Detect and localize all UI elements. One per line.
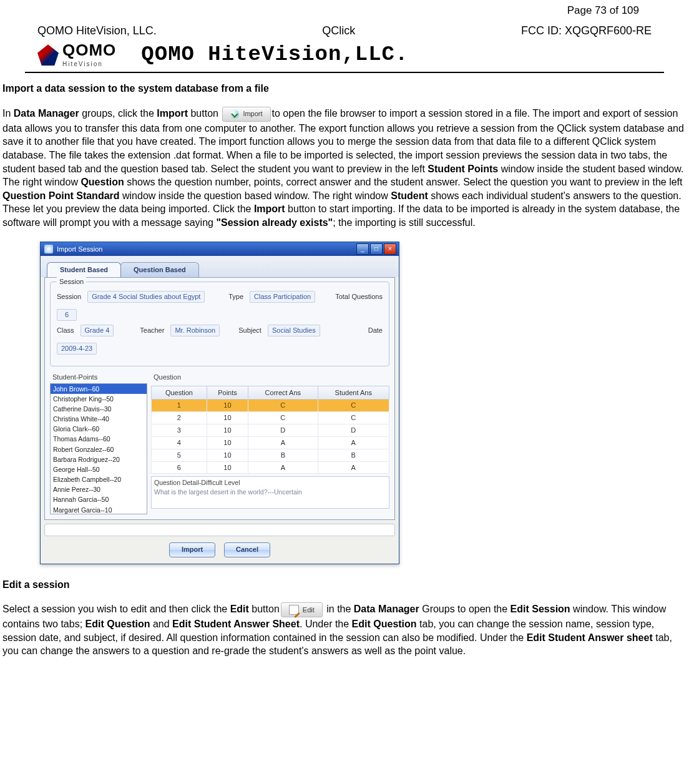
field-date: 2009-4-23 bbox=[57, 343, 97, 355]
dialog-import-button[interactable]: Import bbox=[169, 542, 215, 557]
label-date: Date bbox=[368, 326, 383, 335]
table-cell: 1 bbox=[152, 399, 207, 412]
table-row[interactable]: 610AA bbox=[152, 461, 389, 474]
s2-bold-edit-student-answer-sheet: Edit Student Answer Sheet bbox=[172, 619, 300, 629]
import-button-chip[interactable]: Import bbox=[222, 107, 270, 122]
table-cell: A bbox=[248, 436, 318, 449]
question-detail-title: Question Detail-Difficult Level bbox=[154, 478, 386, 487]
s1-bold-import2: Import bbox=[254, 203, 285, 214]
label-class: Class bbox=[57, 326, 74, 335]
s1-bold-session-exists: "Session already exists" bbox=[216, 217, 333, 228]
s2-bold-edit-question-2: Edit Question bbox=[352, 619, 417, 629]
table-row[interactable]: 110CC bbox=[152, 399, 389, 412]
s2-bold-edit-session: Edit Session bbox=[511, 604, 570, 614]
list-item[interactable]: Gloria Clark--60 bbox=[51, 424, 147, 434]
list-item[interactable]: John Brown--60 bbox=[51, 384, 147, 394]
question-detail-text: What is the largest desert in the world?… bbox=[154, 488, 386, 496]
close-button[interactable]: × bbox=[384, 243, 396, 255]
table-row[interactable]: 410AA bbox=[152, 436, 389, 449]
minimize-button[interactable]: _ bbox=[356, 243, 369, 255]
list-item[interactable]: George Hall--50 bbox=[51, 464, 147, 474]
progress-bar bbox=[44, 524, 395, 536]
table-cell: 10 bbox=[207, 424, 248, 437]
table-cell: D bbox=[318, 424, 389, 437]
dialog-cancel-button[interactable]: Cancel bbox=[224, 542, 270, 557]
label-type: Type bbox=[228, 292, 243, 301]
table-cell: A bbox=[248, 461, 318, 474]
edit-chip-label: Edit bbox=[303, 605, 315, 615]
company-title: QOMO HiteVision,LLC. bbox=[141, 41, 408, 69]
list-item[interactable]: Hannah Garcia--50 bbox=[51, 494, 147, 504]
s1-bold-student: Student bbox=[391, 190, 428, 201]
s1-text: In bbox=[2, 108, 14, 119]
logo-sub-text: HiteVision bbox=[62, 61, 103, 67]
field-teacher: Mr. Robinson bbox=[170, 325, 220, 336]
tab-student-based[interactable]: Student Based bbox=[47, 262, 121, 277]
doc-header-right: FCC ID: XQGQRF600-RE bbox=[521, 23, 652, 38]
s2-bold-edit-question: Edit Question bbox=[86, 619, 150, 629]
question-table[interactable]: QuestionPointsCorrect AnsStudent Ans110C… bbox=[151, 386, 389, 474]
section1-heading: Import a data session to the system data… bbox=[2, 82, 687, 96]
list-item[interactable]: Catherine Davis--30 bbox=[51, 404, 147, 414]
list-item[interactable]: Annie Perez--30 bbox=[51, 484, 147, 494]
table-cell: 5 bbox=[152, 449, 207, 461]
table-cell: A bbox=[318, 461, 389, 474]
tab-body: Session Session Grade 4 Social Studies a… bbox=[44, 277, 395, 519]
table-cell: 10 bbox=[207, 461, 248, 474]
s2-bold-edit-student-answer-sheet-2: Edit Student Answer sheet bbox=[527, 632, 653, 643]
table-row[interactable]: 310DD bbox=[152, 424, 389, 437]
label-session: Session bbox=[57, 292, 81, 301]
s1-bold-data-manager: Data Manager bbox=[14, 108, 79, 119]
list-item[interactable]: Margaret Garcia--10 bbox=[51, 505, 147, 514]
s1-text: button bbox=[188, 108, 221, 119]
import-session-window: Import Session _ □ × Student Based Quest… bbox=[40, 242, 399, 564]
s2-bold-edit: Edit bbox=[230, 604, 249, 614]
s1-text: groups, click the bbox=[79, 108, 157, 119]
import-icon bbox=[230, 110, 239, 119]
section1-paragraph: In Data Manager groups, click the Import… bbox=[2, 107, 687, 230]
maximize-button[interactable]: □ bbox=[370, 243, 383, 255]
s2-text: in the bbox=[324, 604, 354, 614]
titlebar: Import Session _ □ × bbox=[41, 242, 399, 256]
table-header: Correct Ans bbox=[248, 386, 318, 399]
list-item[interactable]: Barbara Rodriguez--20 bbox=[51, 454, 147, 464]
doc-header-row: QOMO HiteVision, LLC. QClick FCC ID: XQG… bbox=[0, 18, 689, 38]
table-row[interactable]: 510BB bbox=[152, 449, 389, 461]
table-cell: C bbox=[248, 412, 318, 424]
table-cell: 10 bbox=[207, 449, 248, 461]
section2-paragraph: Select a session you wish to edit and th… bbox=[2, 602, 687, 658]
list-item[interactable]: Robert Gonzalez--60 bbox=[51, 444, 147, 454]
tabs-row: Student Based Question Based bbox=[41, 256, 399, 277]
logo-row: QOMO HiteVision QOMO HiteVision,LLC. bbox=[0, 38, 689, 69]
s1-text: shows the question number, points, corre… bbox=[124, 177, 683, 187]
s1-bold-qps: Question Point Standard bbox=[2, 190, 120, 201]
table-row[interactable]: 210CC bbox=[152, 412, 389, 424]
s2-bold-data-manager: Data Manager bbox=[354, 604, 419, 614]
list-item[interactable]: Thomas Adams--60 bbox=[51, 434, 147, 444]
edit-button-chip[interactable]: Edit bbox=[281, 602, 323, 617]
tab-question-based[interactable]: Question Based bbox=[120, 262, 199, 277]
logo-main-text: QOMO bbox=[62, 41, 116, 59]
field-type: Class Participation bbox=[250, 291, 315, 303]
label-subject: Subject bbox=[238, 326, 261, 335]
doc-header-left: QOMO HiteVision, LLC. bbox=[37, 23, 157, 38]
list-item[interactable]: Christina White--40 bbox=[51, 414, 147, 424]
s2-text: Select a session you wish to edit and th… bbox=[2, 604, 230, 614]
edit-icon bbox=[289, 605, 299, 615]
label-total-questions: Total Questions bbox=[335, 292, 383, 301]
student-points-list[interactable]: John Brown--60Christopher King--50Cather… bbox=[50, 383, 147, 514]
table-cell: B bbox=[318, 449, 389, 461]
session-group: Session Session Grade 4 Social Studies a… bbox=[50, 282, 389, 366]
list-item[interactable]: Christopher King--50 bbox=[51, 394, 147, 404]
table-cell: C bbox=[248, 399, 318, 412]
list-item[interactable]: Elizabeth Campbell--20 bbox=[51, 474, 147, 484]
table-cell: 4 bbox=[152, 436, 207, 449]
table-cell: 10 bbox=[207, 412, 248, 424]
session-group-label: Session bbox=[57, 277, 86, 287]
s1-text: window inside the question based window.… bbox=[120, 190, 391, 201]
s1-bold-student-points: Student Points bbox=[428, 164, 498, 174]
qomo-logo-icon bbox=[37, 44, 59, 66]
table-cell: D bbox=[248, 424, 318, 437]
s1-text: ; the importing is still successful. bbox=[333, 217, 476, 228]
s2-text: Groups to open the bbox=[419, 604, 511, 614]
